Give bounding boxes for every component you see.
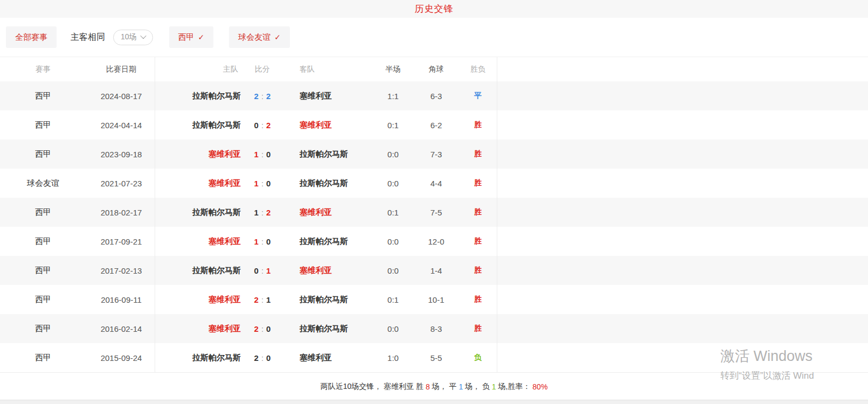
cell-home-team: 拉斯帕尔马斯 [156,120,241,130]
header-half-time: 半场 [373,65,413,74]
cell-corners: 4-4 [413,179,459,188]
cell-half-time: 0:0 [373,150,413,159]
cell-corners: 5-5 [413,353,459,363]
table-body: 西甲 2024-08-17 拉斯帕尔马斯 2:2 塞维利亚 1:1 6-3 平 … [0,81,868,372]
filter-league-chip[interactable]: 西甲 ✓ [169,26,214,48]
cell-half-time: 1:1 [373,92,413,101]
filter-friendly-label: 球会友谊 [238,32,270,43]
match-count-dropdown[interactable]: 10场 [113,30,153,45]
away-score: 0 [266,150,270,159]
home-score: 2 [254,92,259,101]
cell-home-team: 拉斯帕尔马斯 [156,91,241,101]
match-count-value: 10场 [121,32,137,42]
cell-home-team: 拉斯帕尔马斯 [156,207,241,218]
summary-win-rate: 80% [532,382,547,391]
cell-home-team: 塞维利亚 [156,178,241,189]
cell-competition: 球会友谊 [0,178,86,189]
cell-competition: 西甲 [0,207,86,218]
cell-away-team: 拉斯帕尔马斯 [284,324,373,334]
away-score: 0 [266,237,270,246]
cell-half-time: 1:0 [373,353,413,363]
cell-date: 2017-09-21 [86,237,156,246]
cell-away-team: 塞维利亚 [284,353,373,363]
cell-corners: 7-5 [413,208,459,217]
cell-competition: 西甲 [0,120,86,130]
cell-result: 胜 [459,207,497,217]
cell-home-team: 塞维利亚 [156,295,241,305]
table-row: 西甲 2023-09-18 塞维利亚 1:0 拉斯帕尔马斯 0:0 7-3 胜 [0,140,868,169]
cell-competition: 西甲 [0,324,86,334]
column-divider [155,57,155,372]
home-score: 0 [254,121,259,130]
away-score: 1 [266,266,270,275]
cell-result: 胜 [459,178,497,188]
home-score: 1 [254,208,259,217]
home-score: 2 [254,295,259,304]
cell-competition: 西甲 [0,236,86,247]
cell-date: 2021-07-23 [86,179,156,188]
table-row: 西甲 2017-02-13 拉斯帕尔马斯 0:1 塞维利亚 0:0 1-4 胜 [0,256,868,285]
cell-away-team: 拉斯帕尔马斯 [284,149,373,159]
away-score: 2 [266,92,270,101]
filter-same-home-away-button[interactable]: 主客相同 [71,32,105,43]
cell-score: 2:1 [241,295,284,304]
cell-result: 胜 [459,266,497,275]
cell-away-team: 塞维利亚 [284,266,373,276]
summary-draw-count: 1 [459,382,463,391]
filter-league-label: 西甲 [178,32,195,43]
cell-score: 2:0 [241,324,284,333]
header-home-team: 主队 [156,65,241,74]
table-row: 西甲 2016-02-14 塞维利亚 2:0 拉斯帕尔马斯 0:0 8-3 胜 [0,314,868,343]
cell-half-time: 0:0 [373,179,413,188]
cell-half-time: 0:1 [373,208,413,217]
cell-date: 2017-02-13 [86,266,156,275]
summary-text: 场,胜率： [496,382,533,392]
header-result: 胜负 [459,65,497,74]
home-score: 1 [254,150,259,159]
score-colon: : [261,266,263,275]
cell-result: 负 [459,353,497,363]
cell-half-time: 0:0 [373,266,413,275]
bottom-strip [0,400,868,404]
cell-score: 2:0 [241,353,284,363]
cell-score: 0:2 [241,121,284,130]
away-score: 2 [266,208,270,217]
header-competition: 赛事 [0,65,86,74]
filter-bar: 全部赛事 主客相同 10场 西甲 ✓ 球会友谊 ✓ [0,18,868,57]
cell-corners: 8-3 [413,324,459,333]
cell-away-team: 拉斯帕尔马斯 [284,236,373,247]
away-score: 0 [266,179,270,188]
chevron-down-icon [140,32,146,38]
cell-result: 胜 [459,149,497,159]
cell-corners: 10-1 [413,295,459,304]
cell-competition: 西甲 [0,266,86,276]
cell-date: 2024-04-14 [86,121,156,130]
cell-away-team: 拉斯帕尔马斯 [284,295,373,305]
summary-text: 场， 平 [430,382,459,392]
cell-date: 2016-02-14 [86,324,156,333]
score-colon: : [261,237,263,246]
cell-corners: 12-0 [413,237,459,246]
home-score: 1 [254,237,259,246]
cell-date: 2023-09-18 [86,150,156,159]
score-colon: : [261,295,263,304]
header-date: 比赛日期 [86,65,156,74]
cell-away-team: 塞维利亚 [284,91,373,101]
filter-all-events-button[interactable]: 全部赛事 [6,26,57,48]
cell-home-team: 塞维利亚 [156,324,241,334]
table-row: 球会友谊 2021-07-23 塞维利亚 1:0 拉斯帕尔马斯 0:0 4-4 … [0,169,868,198]
cell-home-team: 拉斯帕尔马斯 [156,266,241,276]
cell-score: 1:2 [241,208,284,217]
head-to-head-table: 赛事 比赛日期 主队 比分 客队 半场 角球 胜负 西甲 2024-08-17 … [0,57,868,372]
cell-half-time: 0:1 [373,121,413,130]
filter-friendly-chip[interactable]: 球会友谊 ✓ [229,26,290,48]
away-score: 0 [266,324,270,333]
cell-date: 2024-08-17 [86,92,156,101]
table-row: 西甲 2017-09-21 塞维利亚 1:0 拉斯帕尔马斯 0:0 12-0 胜 [0,227,868,256]
home-score: 0 [254,266,259,275]
cell-result: 胜 [459,324,497,333]
cell-away-team: 拉斯帕尔马斯 [284,178,373,189]
summary-win-count: 8 [426,382,430,391]
cell-date: 2016-09-11 [86,295,156,304]
cell-away-team: 塞维利亚 [284,207,373,218]
